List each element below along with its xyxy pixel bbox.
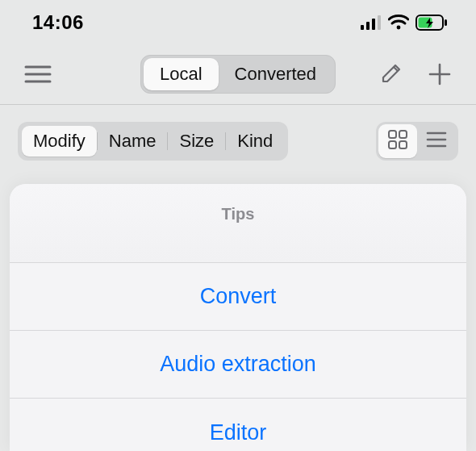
add-icon[interactable] (428, 62, 452, 86)
action-editor[interactable]: Editor (10, 399, 466, 451)
grid-view-button[interactable] (378, 124, 417, 158)
svg-rect-2 (372, 19, 375, 30)
tab-local[interactable]: Local (144, 58, 219, 90)
action-audio-extraction[interactable]: Audio extraction (10, 331, 466, 399)
status-indicators (361, 15, 448, 31)
sort-segmented-control: Modify Name Size Kind (18, 122, 288, 161)
sort-size[interactable]: Size (168, 126, 225, 157)
menu-icon[interactable] (24, 65, 52, 84)
sort-modify[interactable]: Modify (22, 126, 97, 157)
svg-rect-3 (378, 15, 381, 30)
grid-icon (387, 129, 408, 153)
status-time: 14:06 (32, 11, 84, 34)
battery-charging-icon (415, 15, 448, 31)
sort-name[interactable]: Name (98, 126, 168, 157)
svg-rect-6 (445, 19, 447, 26)
svg-rect-0 (361, 25, 364, 30)
view-mode-toggle (376, 122, 458, 161)
nav-bar: Local Converted (0, 44, 476, 105)
folder-segmented-control: Local Converted (140, 55, 336, 94)
action-convert[interactable]: Convert (10, 263, 466, 331)
filter-bar: Modify Name Size Kind (0, 105, 476, 177)
svg-rect-17 (399, 141, 407, 148)
wifi-icon (388, 15, 409, 31)
svg-rect-16 (389, 141, 396, 148)
sort-kind[interactable]: Kind (226, 126, 284, 157)
svg-rect-15 (399, 131, 407, 138)
svg-rect-14 (389, 131, 396, 138)
tab-converted[interactable]: Converted (219, 58, 333, 90)
svg-point-4 (397, 25, 401, 29)
action-sheet: Tips Convert Audio extraction Editor (10, 184, 466, 451)
list-view-button[interactable] (417, 124, 456, 158)
cellular-icon (361, 15, 382, 30)
status-bar: 14:06 (0, 0, 476, 44)
svg-rect-1 (366, 22, 370, 30)
list-icon (426, 131, 447, 152)
edit-icon[interactable] (379, 62, 403, 86)
action-sheet-title: Tips (10, 184, 466, 263)
